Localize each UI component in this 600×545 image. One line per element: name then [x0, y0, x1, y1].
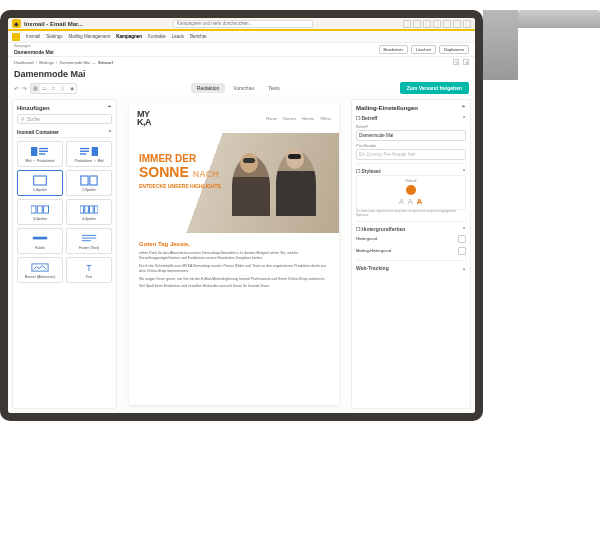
tab-vorschau[interactable]: Vorschau: [227, 83, 260, 93]
tracking-header[interactable]: Web-Tracking⌄: [356, 264, 466, 272]
nav-settings[interactable]: Settings: [46, 34, 62, 39]
global-search-input[interactable]: [173, 20, 313, 28]
publish-button[interactable]: Zum Versand freigeben: [400, 82, 469, 94]
comp-text[interactable]: TText: [66, 257, 112, 283]
tab-tests[interactable]: Tests: [262, 83, 286, 93]
topbar-icon-3[interactable]: [423, 20, 431, 28]
nav-leads[interactable]: Leads: [172, 34, 184, 39]
typography-preview: A A A: [399, 197, 424, 206]
email-para2: Durch die Schnittstelle zum MYKA Demosho…: [139, 264, 329, 274]
duplicate-button[interactable]: Duplizieren: [439, 45, 469, 54]
topbar-icon-4[interactable]: [433, 20, 441, 28]
betreff-header[interactable]: ☐ Betreff⌃: [356, 114, 466, 122]
svg-rect-14: [80, 205, 84, 212]
email-logo: MYK,A: [137, 110, 151, 126]
topbar-icon-1[interactable]: [403, 20, 411, 28]
nav-inxmail[interactable]: Inxmail: [26, 34, 40, 39]
svg-rect-16: [90, 205, 94, 212]
redo-icon[interactable]: ↷: [22, 85, 27, 92]
search-placeholder: Suche: [27, 117, 40, 122]
comp-4-spalter[interactable]: 4-Spalter: [66, 199, 112, 225]
global-search-wrap: [86, 20, 400, 28]
topbar-icon-2[interactable]: [413, 20, 421, 28]
comp-bild-produkttext[interactable]: Bild → Produkttext: [17, 141, 63, 167]
chevron-down-icon: ⌃: [108, 129, 112, 135]
collapse-icon[interactable]: ⌃: [107, 104, 112, 111]
view-grid-icon[interactable]: ▦: [31, 84, 40, 93]
comp-label: Footer (Text): [79, 246, 99, 250]
styleset-note: Du kannst das Styleset nicht tauschen. E…: [356, 210, 466, 218]
edit-icon[interactable]: ✎: [453, 59, 459, 65]
comp-label: Bild → Produkttext: [26, 159, 55, 163]
comp-2-spalter[interactable]: 2-Spalter: [66, 170, 112, 196]
topbar-icon-5[interactable]: [443, 20, 451, 28]
app-logo-icon: ◆: [12, 19, 21, 28]
comp-footer-text[interactable]: Footer (Text): [66, 228, 112, 254]
bc-dashboard[interactable]: Dashboard: [14, 60, 34, 65]
page-title-row: Damenmode Mai: [8, 67, 475, 81]
svg-rect-2: [39, 150, 48, 151]
bg-mailing-row[interactable]: Mailing-Hintergrund: [356, 245, 466, 257]
notification-icon[interactable]: [453, 20, 461, 28]
dash-icon: —: [92, 60, 97, 65]
comp-1-spalter[interactable]: 1-Spalter: [17, 170, 63, 196]
avatar-icon[interactable]: [463, 20, 471, 28]
comp-label: 4-Spalter: [82, 217, 96, 221]
nav-logo-icon: [12, 33, 20, 41]
comp-rubrik[interactable]: Rubrik: [17, 228, 63, 254]
svg-rect-15: [85, 205, 89, 212]
svg-rect-21: [82, 240, 91, 241]
svg-rect-4: [92, 147, 98, 156]
email-body: Guten Tag Jessie, vielen Dank für das Ab…: [129, 233, 339, 300]
svg-rect-13: [44, 205, 49, 212]
nav-kontakte[interactable]: Kontakte: [148, 34, 166, 39]
undo-icon[interactable]: ↶: [14, 85, 19, 92]
page-title: Damenmode Mai: [14, 69, 86, 79]
person-illustration-2: [276, 151, 316, 216]
nav-kampagnen[interactable]: Kampagnen: [116, 34, 142, 39]
svg-rect-3: [39, 153, 45, 154]
comp-3-spalter[interactable]: 3-Spalter: [17, 199, 63, 225]
tab-redaktion[interactable]: Redaktion: [191, 83, 226, 93]
svg-rect-17: [94, 205, 98, 212]
component-search[interactable]: ⚲ Suche: [17, 114, 112, 124]
svg-text:T: T: [86, 263, 92, 273]
styleset-card[interactable]: Default A A A: [356, 175, 466, 210]
close-icon[interactable]: ✕: [463, 59, 469, 65]
betreff-input[interactable]: Damenmode Mai: [356, 130, 466, 141]
delete-button[interactable]: Löschen: [411, 45, 436, 54]
bc-mailings[interactable]: Mailings: [39, 60, 54, 65]
browser-topbar: ◆ Inxmail - Email Mar...: [8, 18, 475, 31]
search-icon: ⚲: [21, 117, 25, 122]
styleset-header[interactable]: ☐ Styleset⌃: [356, 167, 466, 175]
email-canvas[interactable]: MYK,A Home Damen Herren Offers IMMER DER…: [121, 95, 347, 413]
view-mobile-icon[interactable]: ▯: [58, 84, 67, 93]
bg-label: Hintergrund: [356, 236, 377, 241]
section-label: Inxmail Container: [17, 129, 59, 135]
view-mode-group: ▦ ▭ □ ▯ ◉: [30, 83, 77, 94]
comp-produkttext-bild[interactable]: Produkttext → Bild: [66, 141, 112, 167]
collapse-icon[interactable]: ⌃: [461, 104, 466, 111]
nav-mailing-mgmt[interactable]: Mailing Management: [69, 34, 111, 39]
view-preview-icon[interactable]: ◉: [67, 84, 76, 93]
email-nav: Home Damen Herren Offers: [266, 116, 331, 121]
bg-header[interactable]: ☐ Hintergrundfarben⌃: [356, 225, 466, 233]
nav-berichte[interactable]: Berichte: [190, 34, 207, 39]
hero-line3: ENTDECKE UNSERE HIGHLIGHTS: [139, 183, 221, 189]
chevron-down-icon: ⌄: [462, 265, 466, 271]
view-tablet-icon[interactable]: □: [49, 84, 58, 93]
bg-section: ☐ Hintergrundfarben⌃ Hintergrund Mailing…: [356, 225, 466, 261]
color-swatch[interactable]: [458, 235, 466, 243]
comp-label: Banner (Abenteuer): [25, 275, 56, 279]
container-section-header[interactable]: Inxmail Container ⌃: [17, 127, 112, 138]
color-swatch[interactable]: [458, 247, 466, 255]
styleset-name: Default: [405, 179, 416, 183]
bg-hintergrund-row[interactable]: Hintergrund: [356, 233, 466, 245]
svg-rect-8: [34, 176, 47, 185]
preheader-input[interactable]: Ein Dummy Pre-Header hier: [356, 149, 466, 160]
email-para4: Viel Spaß beim Entdecken und virtuellen …: [139, 284, 329, 289]
view-desktop-icon[interactable]: ▭: [40, 84, 49, 93]
comp-banner[interactable]: Banner (Abenteuer): [17, 257, 63, 283]
edit-button[interactable]: Bearbeiten: [379, 45, 408, 54]
comp-label: 1-Spalter: [33, 188, 47, 192]
